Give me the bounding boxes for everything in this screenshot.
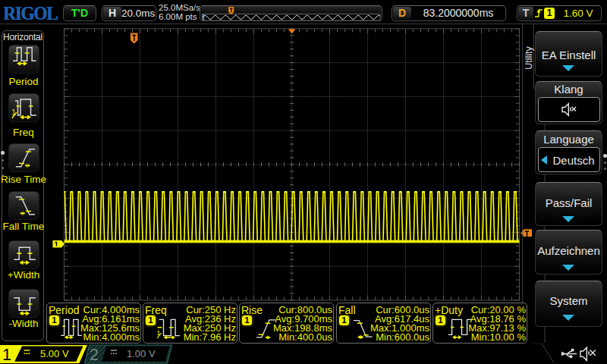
svg-text:1: 1: [157, 329, 161, 337]
